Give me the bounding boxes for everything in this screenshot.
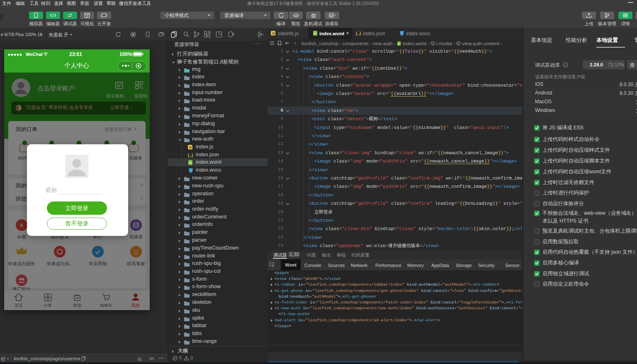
- svg-text:{..}: {..}: [188, 153, 193, 158]
- svg-text:<>: <>: [397, 43, 400, 45]
- svg-text:?: ?: [564, 63, 566, 67]
- svg-text:<>: <>: [314, 32, 317, 35]
- svg-text:{..}: {..}: [356, 31, 361, 36]
- svg-text:<>: <>: [189, 161, 192, 164]
- svg-text:JS: JS: [272, 32, 275, 35]
- svg-text:JS: JS: [189, 146, 192, 149]
